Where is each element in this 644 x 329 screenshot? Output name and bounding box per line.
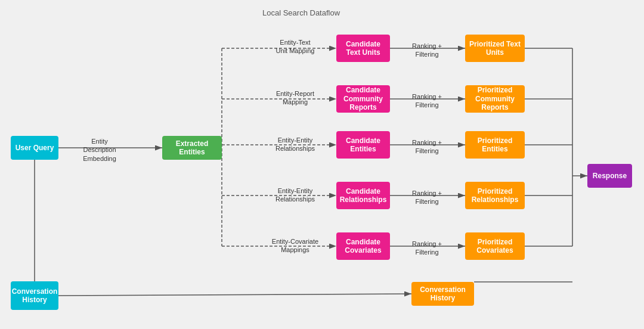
prioritized-text-units-node: Prioritized Text Units	[465, 35, 525, 62]
user-query-node: User Query	[11, 136, 58, 160]
diagram-title: Local Search Dataflow	[262, 8, 340, 17]
label-entity-entity-rel2: Entity-EntityRelationships	[262, 187, 328, 204]
label-entity-entity-rel1: Entity-EntityRelationships	[262, 136, 328, 153]
diagram-container: Local Search Dataflow	[0, 0, 644, 329]
candidate-community-reports-node: Candidate Community Reports	[336, 85, 390, 113]
candidate-covariates-node: Candidate Covariates	[336, 232, 390, 260]
prioritized-relationships-node: Prioritized Relationships	[465, 182, 525, 209]
label-ranking-filtering-4: Ranking +Filtering	[395, 189, 459, 206]
prioritized-community-reports-node: Prioritized Community Reports	[465, 85, 525, 113]
label-ranking-filtering-3: Ranking +Filtering	[395, 138, 459, 156]
label-ranking-filtering-5: Ranking +Filtering	[395, 240, 459, 257]
response-node: Response	[587, 164, 632, 188]
extracted-entities-node: Extracted Entities	[162, 136, 222, 160]
candidate-text-units-node: Candidate Text Units	[336, 35, 390, 62]
candidate-relationships-node: Candidate Relationships	[336, 182, 390, 209]
label-ranking-filtering-2: Ranking +Filtering	[395, 92, 459, 110]
prioritized-entities-node: Prioritized Entities	[465, 131, 525, 159]
label-entity-description-embedding: EntityDescriptionEmbedding	[67, 137, 132, 163]
label-entity-covariate-mappings: Entity-CovariateMappings	[262, 237, 328, 254]
conversation-history-node: Conversation History	[11, 281, 58, 310]
conversation-history-out-node: Conversation History	[411, 282, 474, 306]
label-ranking-filtering-1: Ranking +Filtering	[395, 42, 459, 59]
label-entity-report-mapping: Entity-ReportMapping	[262, 89, 328, 107]
candidate-entities-node: Candidate Entities	[336, 131, 390, 159]
label-entity-text-unit-mapping: Entity-TextUnit Mapping	[262, 38, 328, 55]
svg-line-23	[58, 294, 411, 296]
prioritized-covariates-node: Prioritized Covariates	[465, 232, 525, 260]
